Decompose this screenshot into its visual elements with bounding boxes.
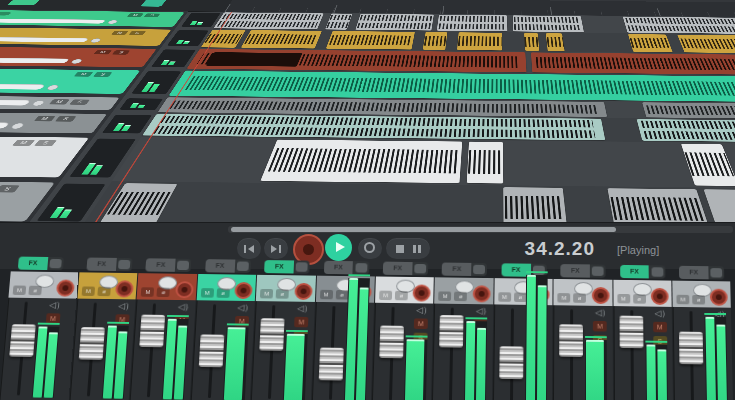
track-name-field[interactable] <box>0 121 10 129</box>
route-button[interactable] <box>0 12 12 16</box>
mute-button[interactable]: M <box>127 13 144 17</box>
solo-button[interactable]: S <box>144 13 161 17</box>
mute-button[interactable]: M <box>82 286 96 296</box>
audio-item[interactable] <box>681 144 735 186</box>
volume-fader[interactable] <box>440 315 464 348</box>
mute-button[interactable]: M <box>34 116 56 122</box>
volume-fader[interactable] <box>679 332 703 365</box>
audio-item[interactable] <box>260 140 462 183</box>
volume-fader[interactable] <box>9 324 36 357</box>
volume-knob[interactable] <box>9 123 25 129</box>
mute-button[interactable]: M <box>653 322 667 333</box>
solo-button[interactable]: S <box>55 116 77 122</box>
fx-bypass-icon[interactable] <box>414 264 426 273</box>
record-arm-button[interactable] <box>56 280 75 297</box>
record-arm-button[interactable] <box>651 288 669 305</box>
tcp-panel[interactable]: MS <box>0 95 120 110</box>
audio-item[interactable] <box>524 33 539 51</box>
solo-button[interactable]: S <box>112 50 130 54</box>
record-arm-button[interactable] <box>234 282 253 299</box>
record-arm-button[interactable] <box>294 283 312 300</box>
audio-item[interactable] <box>99 183 177 225</box>
record-arm-button[interactable] <box>175 281 194 298</box>
mute-button[interactable]: M <box>676 295 689 305</box>
volume-fader[interactable] <box>619 316 643 349</box>
record-arm-button[interactable] <box>115 280 134 297</box>
solo-button[interactable]: S <box>34 140 57 146</box>
phase-button[interactable]: ø <box>633 294 646 304</box>
fx-toggle[interactable]: FX <box>264 260 310 274</box>
fx-bypass-icon[interactable] <box>473 265 485 274</box>
track-name-field[interactable] <box>0 18 106 23</box>
phase-button[interactable]: ø <box>454 292 467 302</box>
audio-item[interactable] <box>241 30 322 48</box>
phase-button[interactable]: ø <box>692 295 705 305</box>
fx-bypass-icon[interactable] <box>236 261 248 270</box>
audio-item[interactable] <box>623 17 735 34</box>
audio-item[interactable] <box>546 33 565 51</box>
tcp-panel[interactable]: MS <box>0 47 157 68</box>
fx-bypass-icon[interactable] <box>296 262 308 271</box>
volume-knob[interactable] <box>30 100 45 106</box>
fx-toggle[interactable]: FX <box>679 266 724 280</box>
tcp-panel[interactable]: MS <box>0 68 140 94</box>
mute-button[interactable]: M <box>414 318 428 329</box>
volume-fader[interactable] <box>140 315 166 348</box>
audio-item[interactable] <box>326 31 415 50</box>
fx-bypass-icon[interactable] <box>710 268 722 277</box>
fx-bypass-icon[interactable] <box>355 263 367 272</box>
mute-button[interactable]: M <box>439 291 452 301</box>
record-arm-button[interactable] <box>710 289 728 306</box>
volume-fader[interactable] <box>79 327 105 360</box>
solo-button[interactable]: S <box>69 99 90 104</box>
fx-toggle[interactable]: FX <box>205 259 251 273</box>
mute-button[interactable]: M <box>12 140 35 146</box>
phase-button[interactable]: ø <box>97 287 110 297</box>
fx-toggle[interactable]: FX <box>86 258 132 272</box>
tcp-panel[interactable]: MS <box>0 10 184 27</box>
mute-button[interactable]: M <box>617 294 630 304</box>
mute-button[interactable]: M <box>593 321 607 332</box>
toolbar-button[interactable] <box>7 0 42 5</box>
mute-button[interactable]: M <box>111 31 129 35</box>
audio-item[interactable] <box>642 102 735 119</box>
mute-button[interactable]: M <box>74 72 94 77</box>
volume-knob[interactable] <box>106 20 118 24</box>
audio-item[interactable] <box>423 32 448 50</box>
audio-item[interactable] <box>637 119 735 143</box>
audio-item[interactable] <box>467 142 504 184</box>
audio-item[interactable] <box>437 15 508 32</box>
audio-item[interactable] <box>677 35 735 54</box>
mute-button[interactable]: M <box>201 288 214 298</box>
fx-bypass-icon[interactable] <box>49 259 62 268</box>
mute-button[interactable]: M <box>49 99 70 104</box>
horizontal-scrollbar[interactable] <box>228 226 733 233</box>
fx-toggle[interactable]: FX <box>442 262 487 276</box>
fx-bypass-icon[interactable] <box>592 266 604 275</box>
audio-item[interactable] <box>187 49 527 72</box>
mute-button[interactable]: M <box>558 293 571 303</box>
fx-bypass-icon[interactable] <box>651 267 663 276</box>
fx-toggle[interactable]: FX <box>383 262 428 276</box>
tcp-panel[interactable]: MS <box>0 111 107 133</box>
record-arm-button[interactable] <box>413 284 431 301</box>
solo-button[interactable]: S <box>129 31 146 35</box>
volume-fader[interactable] <box>379 326 404 359</box>
phase-button[interactable]: ø <box>276 289 289 299</box>
fx-toggle[interactable]: FX <box>146 258 192 272</box>
scrollbar-thumb[interactable] <box>231 227 616 232</box>
track-name-field[interactable] <box>0 83 45 90</box>
phase-button[interactable]: ø <box>28 286 42 296</box>
audio-item[interactable] <box>355 14 434 31</box>
track-name-field[interactable] <box>0 37 89 43</box>
volume-fader[interactable] <box>499 346 523 379</box>
mute-button[interactable]: M <box>260 289 273 299</box>
mute-button[interactable]: M <box>320 290 333 300</box>
phase-button[interactable]: ø <box>573 293 586 303</box>
mute-button[interactable]: M <box>141 287 154 297</box>
volume-fader[interactable] <box>259 318 284 351</box>
volume-fader[interactable] <box>559 324 583 357</box>
volume-knob[interactable] <box>70 59 84 64</box>
solo-button[interactable]: S <box>0 185 20 192</box>
audio-item[interactable] <box>457 32 502 50</box>
